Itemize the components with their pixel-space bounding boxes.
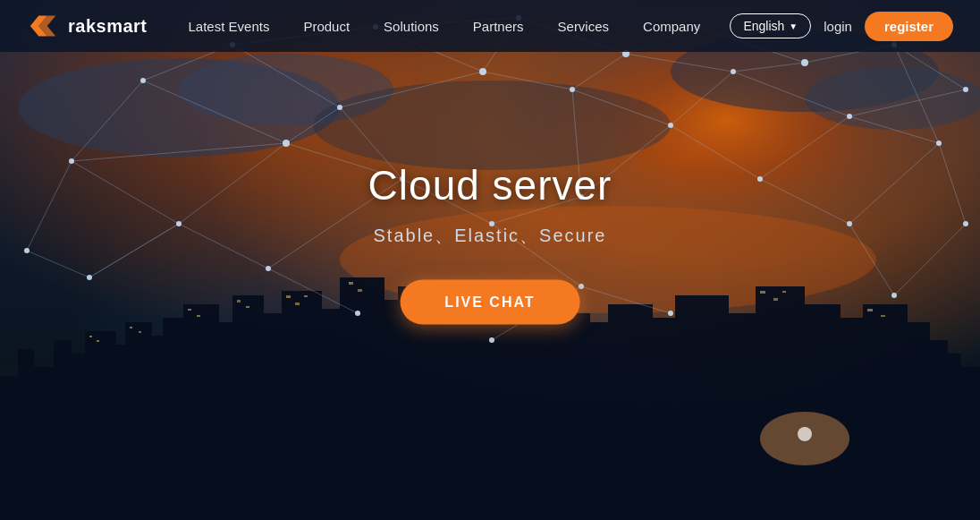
hero-content: Cloud server Stable、Elastic、Secure LIVE … bbox=[368, 160, 612, 324]
nav-partners[interactable]: Partners bbox=[459, 12, 538, 41]
language-label: English bbox=[743, 19, 784, 33]
language-selector[interactable]: English ▼ bbox=[730, 13, 811, 38]
live-chat-button[interactable]: LIVE CHAT bbox=[400, 279, 579, 324]
hero-section: raksmart Latest Events Product Solutions… bbox=[0, 0, 980, 520]
chevron-down-icon: ▼ bbox=[789, 21, 798, 31]
navbar: raksmart Latest Events Product Solutions… bbox=[0, 0, 980, 52]
nav-right: English ▼ login register bbox=[730, 12, 953, 41]
login-button[interactable]: login bbox=[824, 19, 852, 34]
logo-area[interactable]: raksmart bbox=[27, 9, 148, 43]
brand-name: raksmart bbox=[68, 16, 148, 37]
nav-solutions[interactable]: Solutions bbox=[369, 12, 453, 41]
nav-company[interactable]: Company bbox=[629, 12, 714, 41]
register-button[interactable]: register bbox=[865, 12, 953, 41]
nav-product[interactable]: Product bbox=[289, 12, 364, 41]
nav-links: Latest Events Product Solutions Partners… bbox=[174, 12, 731, 41]
brand-logo-icon bbox=[27, 9, 61, 43]
nav-services[interactable]: Services bbox=[544, 12, 624, 41]
hero-subtitle: Stable、Elastic、Secure bbox=[368, 223, 612, 247]
hero-title: Cloud server bbox=[368, 160, 612, 209]
nav-latest-events[interactable]: Latest Events bbox=[174, 12, 284, 41]
